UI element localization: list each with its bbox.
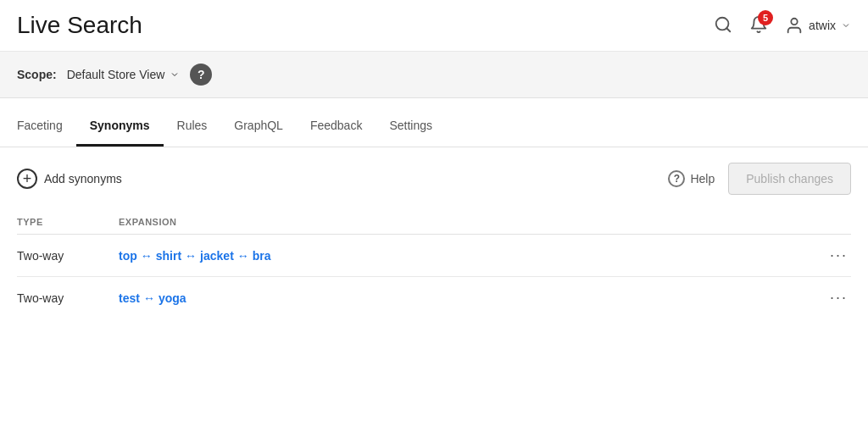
scope-value: Default Store View: [67, 68, 165, 81]
table-row: Two-way top ↔ shirt ↔ jacket ↔ bra ···: [17, 235, 851, 277]
synonym-term: top: [119, 249, 137, 263]
help-button[interactable]: ? Help: [668, 170, 715, 187]
row-more-button[interactable]: ···: [826, 289, 851, 307]
scope-chevron-icon: [170, 69, 180, 80]
scope-dropdown[interactable]: Default Store View: [67, 68, 181, 81]
arrow-icon: ↔: [143, 291, 155, 305]
arrow-icon: ↔: [141, 249, 153, 263]
row-more-button[interactable]: ···: [826, 246, 851, 264]
tabs: Faceting Synonyms Rules GraphQL Feedback…: [17, 107, 851, 147]
user-name: atwix: [809, 19, 836, 32]
notification-bell[interactable]: 5: [749, 15, 768, 36]
arrow-icon: ↔: [185, 249, 197, 263]
col-expansion-header: EXPANSION: [119, 217, 809, 227]
synonym-term: shirt: [156, 249, 181, 263]
add-synonyms-button[interactable]: + Add synonyms: [17, 169, 122, 189]
chevron-down-icon: [841, 20, 851, 30]
scope-label: Scope:: [17, 68, 57, 81]
page-title: Live Search: [17, 12, 142, 39]
top-bar: Live Search 5 atwix: [0, 0, 868, 52]
add-synonyms-label: Add synonyms: [44, 172, 122, 186]
search-icon[interactable]: [714, 15, 732, 36]
tab-rules[interactable]: Rules: [164, 107, 221, 147]
expansion-cell: top ↔ shirt ↔ jacket ↔ bra: [119, 249, 809, 263]
top-bar-right: 5 atwix: [714, 15, 851, 36]
toolbar: + Add synonyms ? Help Publish changes: [0, 147, 868, 210]
synonym-term: test: [119, 291, 140, 305]
synonym-term: bra: [253, 249, 271, 263]
scope-bar: Scope: Default Store View ?: [0, 52, 868, 98]
notification-badge: 5: [758, 10, 773, 25]
user-menu[interactable]: atwix: [785, 16, 851, 35]
col-type-header: TYPE: [17, 217, 119, 227]
arrow-icon: ↔: [237, 249, 249, 263]
help-label: Help: [690, 172, 715, 186]
row-type: Two-way: [17, 249, 119, 263]
user-icon: [785, 16, 804, 35]
tab-settings[interactable]: Settings: [376, 107, 446, 147]
tab-graphql[interactable]: GraphQL: [220, 107, 297, 147]
tab-feedback[interactable]: Feedback: [297, 107, 376, 147]
scope-help-icon[interactable]: ?: [190, 64, 212, 86]
col-actions-header: [809, 217, 851, 227]
svg-point-2: [791, 19, 797, 25]
tab-faceting[interactable]: Faceting: [17, 107, 76, 147]
add-circle-icon: +: [17, 169, 37, 189]
publish-changes-button[interactable]: Publish changes: [728, 163, 851, 195]
synonym-term: yoga: [159, 291, 186, 305]
synonym-term: jacket: [200, 249, 234, 263]
table-row: Two-way test ↔ yoga ···: [17, 277, 851, 318]
help-circle-icon: ?: [668, 170, 685, 187]
synonyms-table: TYPE EXPANSION Two-way top ↔ shirt ↔ jac…: [0, 210, 868, 318]
table-header: TYPE EXPANSION: [17, 210, 851, 235]
row-type: Two-way: [17, 291, 119, 305]
expansion-cell: test ↔ yoga: [119, 291, 809, 305]
svg-line-1: [726, 28, 730, 31]
toolbar-right: ? Help Publish changes: [668, 163, 851, 195]
tab-synonyms[interactable]: Synonyms: [76, 107, 164, 147]
tabs-area: Faceting Synonyms Rules GraphQL Feedback…: [0, 107, 868, 147]
